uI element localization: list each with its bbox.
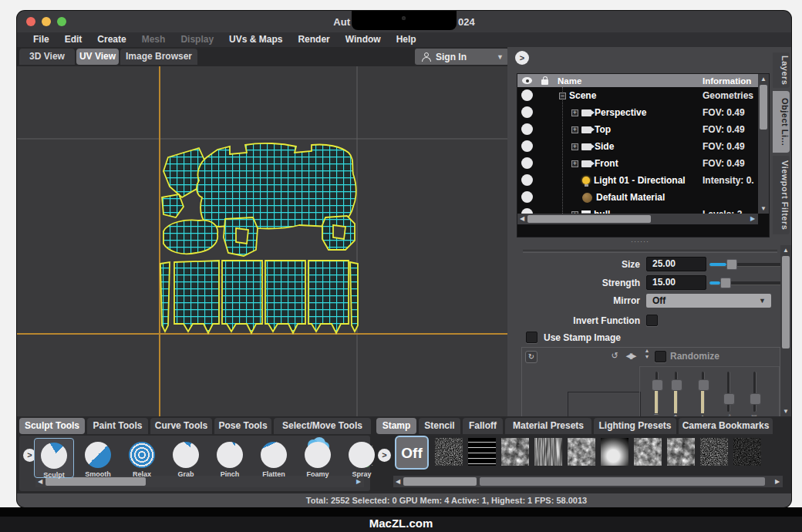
side-tab-object-li-[interactable]: Object Li...	[773, 91, 790, 153]
tool-grab[interactable]: Grab	[166, 438, 206, 478]
lock-icon[interactable]	[541, 79, 548, 85]
strength-slider[interactable]	[709, 278, 783, 288]
tree-col-info[interactable]: Information	[703, 76, 751, 86]
randomize-checkbox[interactable]	[655, 351, 666, 362]
stamp-refresh-icon[interactable]: ↻	[525, 351, 537, 363]
tool-pinch[interactable]: Pinch	[210, 438, 250, 478]
tray-tab-sculpt-tools[interactable]: Sculpt Tools	[19, 418, 85, 434]
randomize-slider[interactable]	[753, 372, 756, 412]
menu-help[interactable]: Help	[389, 32, 423, 47]
stamp-thumb-sparse[interactable]	[733, 438, 761, 466]
expander-plus-icon[interactable]: +	[571, 109, 578, 116]
visibility-eye-icon[interactable]	[522, 77, 532, 84]
stamp-preview[interactable]	[568, 392, 641, 416]
menu-display[interactable]: Display	[174, 32, 221, 47]
tray-tab-material-presets[interactable]: Material Presets	[505, 418, 591, 434]
expander-plus-icon[interactable]: +	[571, 143, 578, 150]
props-vscrollbar[interactable]: ▲ ▼	[780, 245, 791, 416]
randomize-slider[interactable]	[702, 372, 704, 412]
stamp-off-button[interactable]: Off	[395, 436, 429, 470]
menu-create[interactable]: Create	[90, 32, 133, 47]
side-tab-layers[interactable]: Layers	[773, 52, 790, 88]
tray-tab-stamp[interactable]: Stamp	[376, 418, 416, 434]
visibility-toggle[interactable]	[521, 89, 533, 101]
preset-tray-scrollbar[interactable]: ◀ ▶	[393, 476, 783, 487]
preset-scroll-thumb2[interactable]	[480, 477, 765, 486]
tool-smooth[interactable]: Smooth	[78, 438, 118, 478]
tree-row-default-material[interactable]: Default Material	[517, 189, 769, 206]
props-vscroll-thumb[interactable]	[782, 256, 790, 348]
uv-viewport[interactable]	[17, 66, 507, 416]
menu-render[interactable]: Render	[291, 32, 336, 47]
randomize-slider-handle[interactable]	[652, 379, 663, 391]
tray-tab-pose-tools[interactable]: Pose Tools	[214, 418, 271, 434]
randomize-slider[interactable]	[727, 372, 730, 412]
menu-uvs-maps[interactable]: UVs & Maps	[222, 32, 289, 47]
tree-header[interactable]: Name Information	[517, 74, 769, 87]
tray-tab-select-move-tools[interactable]: Select/Move Tools	[274, 418, 371, 434]
title-bar[interactable]: Aut 024	[17, 11, 791, 32]
stamp-thumb-blotch[interactable]	[568, 438, 595, 466]
tray-tab-lighting-presets[interactable]: Lighting Presets	[594, 418, 676, 434]
scroll-down-icon[interactable]: ▼	[758, 204, 769, 214]
invert-checkbox[interactable]	[646, 315, 658, 326]
stamp-thumb-splatter[interactable]	[667, 438, 695, 466]
tree-row-light-01-directional[interactable]: Light 01 - DirectionalIntensity: 0.	[517, 172, 769, 189]
stamp-thumb-vstreaks[interactable]	[534, 438, 562, 466]
tray-tab-curve-tools[interactable]: Curve Tools	[150, 418, 212, 434]
uv-islands[interactable]	[160, 143, 358, 333]
side-tab-viewport-filters[interactable]: Viewport Filters	[773, 156, 790, 234]
tool-sculpt[interactable]: Sculpt	[34, 438, 74, 478]
tool-spray[interactable]: Spray	[342, 438, 382, 478]
stamp-thumb-coarse[interactable]	[634, 438, 662, 466]
expander-plus-icon[interactable]: +	[571, 160, 578, 167]
randomize-slider[interactable]	[655, 372, 658, 412]
tree-vscrollbar[interactable]: ▲ ▼	[758, 74, 769, 214]
visibility-toggle[interactable]	[521, 191, 533, 203]
tree-col-name[interactable]: Name	[558, 76, 581, 86]
tray-tab-stencil[interactable]: Stencil	[419, 418, 460, 434]
scroll-up-icon[interactable]: ▲	[758, 74, 769, 84]
tree-row-scene[interactable]: −SceneGeometries	[517, 87, 769, 104]
mirror-dropdown[interactable]: Off ▼	[646, 294, 771, 308]
scroll-up-icon[interactable]: ▲	[780, 245, 791, 255]
scroll-down-icon[interactable]: ▼	[780, 406, 791, 416]
menu-file[interactable]: File	[26, 32, 56, 47]
panel-collapse-arrow-icon[interactable]: >	[515, 51, 529, 65]
expander-minus-icon[interactable]: −	[559, 93, 566, 99]
preset-scroll-thumb[interactable]	[403, 477, 477, 486]
visibility-toggle[interactable]	[521, 157, 533, 169]
tab-3d-view[interactable]: 3D View	[19, 49, 75, 65]
tool-foamy[interactable]: Foamy	[298, 438, 338, 478]
uv-canvas[interactable]	[17, 66, 507, 416]
randomize-slider-handle[interactable]	[698, 379, 709, 391]
randomize-slider-handle[interactable]	[723, 393, 735, 405]
tree-row-front[interactable]: +FrontFOV: 0.49	[517, 155, 769, 172]
menu-window[interactable]: Window	[339, 32, 388, 47]
size-slider-handle[interactable]	[726, 259, 737, 270]
tray-tab-camera-bookmarks[interactable]: Camera Bookmarks	[679, 418, 773, 434]
randomize-slider[interactable]	[675, 372, 677, 412]
tree-hscroll-thumb[interactable]	[527, 215, 651, 223]
stamp-thumb-speckle[interactable]	[435, 438, 463, 466]
flip-horizontal-icon[interactable]: ◀▶	[624, 350, 636, 361]
stamp-thumb-smudge[interactable]	[501, 438, 529, 466]
tree-hscrollbar[interactable]: ◀ ▶	[517, 214, 758, 224]
sign-in-button[interactable]: Sign In ▼	[415, 49, 509, 65]
rotate-icon[interactable]: ↺	[608, 350, 621, 361]
randomize-slider-handle[interactable]	[671, 379, 682, 391]
size-slider[interactable]	[709, 260, 783, 269]
panel-splitter-handle[interactable]: ······	[631, 237, 649, 245]
tool-flatten[interactable]: Flatten	[254, 438, 294, 478]
visibility-toggle[interactable]	[521, 174, 533, 186]
stamp-thumb-softblob[interactable]	[601, 438, 628, 466]
tab-uv-view[interactable]: UV View	[76, 49, 119, 65]
use-stamp-checkbox[interactable]	[526, 332, 537, 343]
flip-vertical-icon[interactable]: ▲▼	[641, 348, 653, 360]
stamp-thumb-grain[interactable]	[700, 438, 728, 466]
tab-image-browser[interactable]: Image Browser	[120, 49, 197, 65]
scroll-right-icon[interactable]: ▶	[748, 214, 757, 224]
menu-edit[interactable]: Edit	[58, 32, 89, 47]
menu-mesh[interactable]: Mesh	[135, 32, 173, 47]
tool-relax[interactable]: Relax	[122, 438, 162, 478]
